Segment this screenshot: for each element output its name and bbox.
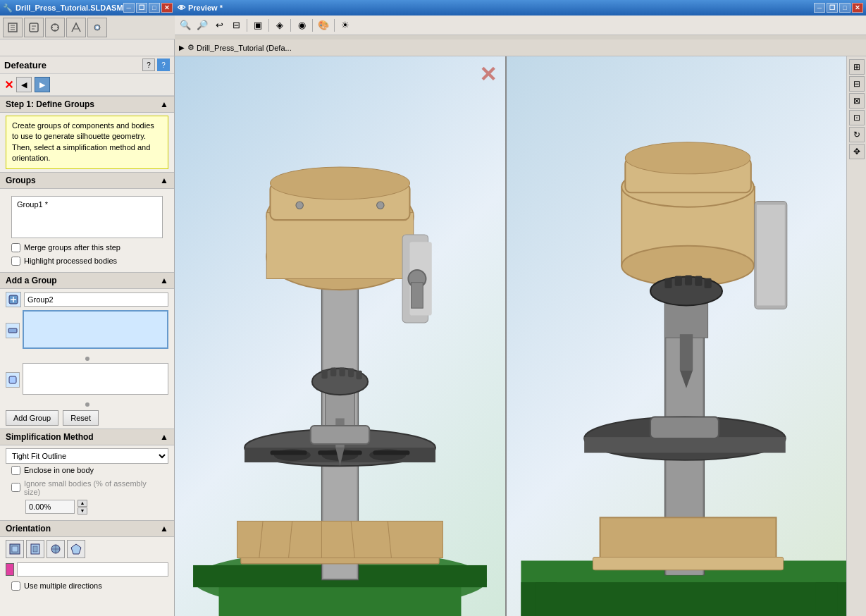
svg-rect-92 [705,278,712,288]
orient-front-btn[interactable] [6,540,24,558]
groups-section-header[interactable]: Groups ▲ [0,172,174,189]
view-pan-btn[interactable]: ✥ [849,144,865,159]
orient-color-row [6,562,168,577]
svg-rect-40 [339,368,345,377]
simp-content: Tight Fit Outline Bounding Box Convex Hu… [0,445,174,520]
tree-expand-arrow[interactable]: ▶ [179,44,185,51]
ignore-small-bodies-label: Ignore small bodies (% of assembly size) [24,479,163,496]
orient-custom-btn[interactable] [67,540,85,558]
right-title-bar: 👁 Preview * ─ ❐ □ ✕ [175,0,866,16]
svg-rect-19 [33,546,37,552]
orient-color-input[interactable] [17,562,168,577]
add-group-button[interactable]: Add Group [6,410,58,426]
back-arrow-icon: ◀ [21,80,27,90]
multiple-directions-checkbox[interactable] [11,581,20,591]
previous-view-btn[interactable]: ↩ [211,18,227,33]
merge-groups-checkbox[interactable] [11,243,20,252]
left-restore-btn[interactable]: ❐ [136,3,147,13]
list-icon-row [6,310,168,352]
svg-rect-85 [757,205,785,306]
view-front-btn[interactable]: ⊞ [849,59,865,75]
feature-manager-btn[interactable] [3,18,23,37]
groups-list[interactable]: Group1 * [11,196,163,238]
enclose-one-body-checkbox[interactable] [11,466,20,475]
hide-show-btn[interactable]: ◉ [294,18,309,33]
orient-top-btn[interactable] [47,540,65,558]
right-minimize-btn[interactable]: ─ [814,3,825,13]
view-iso-btn[interactable]: ⊡ [849,110,865,125]
close-btn[interactable]: ✕ [4,78,13,92]
svg-rect-48 [266,213,413,279]
left-close-btn[interactable]: ✕ [161,3,173,13]
help-icon: ? [147,61,151,69]
help-icon-btn[interactable]: ? [142,58,155,71]
header-icons: ? ? [142,58,170,71]
group-selection-listbox[interactable] [23,310,168,349]
view-side-btn[interactable]: ⊟ [849,76,865,92]
groups-label: Groups [6,175,36,185]
step1-header[interactable]: Step 1: Define Groups ▲ [0,96,174,113]
viewport-close-btn[interactable]: ✕ [479,62,497,87]
svg-rect-35 [373,450,409,455]
toolbar-sep-4 [312,19,313,32]
orient-section-header[interactable]: Orientation ▲ [0,520,174,537]
right-maximize-btn[interactable]: □ [839,3,850,13]
configuration-manager-btn[interactable] [45,18,65,37]
main-viewport[interactable]: ✕ [175,56,507,616]
add-group-btn-label: Add Group [13,414,51,422]
svg-rect-33 [270,450,307,455]
view-rotate-btn[interactable]: ↻ [849,127,865,142]
app-icon: 🔧 [3,4,13,13]
spinner-down-btn[interactable]: ▼ [78,507,87,515]
group1-item[interactable]: Group1 * [14,199,160,210]
svg-rect-42 [356,371,361,380]
spinner-up-btn[interactable]: ▲ [78,500,87,507]
section-view-btn[interactable]: ⊟ [228,18,244,33]
svg-rect-39 [330,368,336,377]
left-minimize-btn[interactable]: ─ [123,3,135,13]
dimension-expert-btn[interactable] [66,18,86,37]
group2-icon [6,292,21,307]
svg-point-55 [296,202,303,209]
property-manager-btn[interactable] [24,18,44,37]
instruction-text: Create groups of components and bodies t… [12,121,154,162]
back-arrow-btn[interactable]: ◀ [16,77,32,92]
reset-btn-label: Reset [70,414,91,422]
right-close-btn[interactable]: ✕ [852,3,863,13]
orient-side-btn[interactable] [26,540,44,558]
display-manager-btn[interactable] [87,18,107,37]
right-area: ✕ [175,56,866,616]
forward-arrow-btn[interactable]: ▶ [35,77,50,92]
highlight-bodies-checkbox[interactable] [11,257,20,266]
simplification-dropdown[interactable]: Tight Fit Outline Bounding Box Convex Hu… [6,448,168,464]
group2-row [6,292,168,307]
ignore-value-input[interactable] [25,500,75,514]
edit-appearance-btn[interactable]: 🎨 [316,18,331,33]
left-maximize-btn[interactable]: □ [149,3,160,13]
zoom-area-btn[interactable]: 🔎 [194,18,210,33]
svg-rect-4 [30,23,38,32]
highlight-bodies-row: Highlight processed bodies [6,254,168,268]
reset-button[interactable]: Reset [63,410,99,426]
right-restore-btn[interactable]: ❐ [827,3,838,13]
view-top-btn[interactable]: ⊠ [849,93,865,109]
add-group-section-header[interactable]: Add a Group ▲ [0,272,174,289]
body-selection-listbox[interactable] [23,363,168,395]
group2-input[interactable] [24,292,168,307]
content-row: Defeature ? ? ✕ ◀ ▶ [0,56,866,616]
right-toolbar: 🔍 🔎 ↩ ⊟ ▣ ◈ ◉ 🎨 ☀ [175,16,866,35]
question-icon-btn[interactable]: ? [157,58,170,71]
display-style-btn[interactable]: ◈ [272,18,287,33]
3d-view-btn[interactable]: ▣ [250,18,266,33]
tree-item-label: Drill_Press_Tutorial (Defa... [197,44,292,52]
add-reset-row: Add Group Reset [6,410,168,426]
preview-viewport[interactable]: ⊞ ⊟ ⊠ ⊡ ↻ ✥ [507,56,866,616]
groups-content: Group1 * Merge groups after this step Hi… [0,189,174,272]
simp-section-header[interactable]: Simplification Method ▲ [0,429,174,445]
zoom-to-fit-btn[interactable]: 🔍 [178,18,193,33]
tree-bar: ▶ ⚙ Drill_Press_Tutorial (Defa... [175,39,866,56]
apply-scene-btn[interactable]: ☀ [338,18,353,33]
ignore-small-bodies-checkbox[interactable] [11,483,20,492]
toolbar-sep-2 [268,19,269,32]
simp-label: Simplification Method [6,432,94,442]
